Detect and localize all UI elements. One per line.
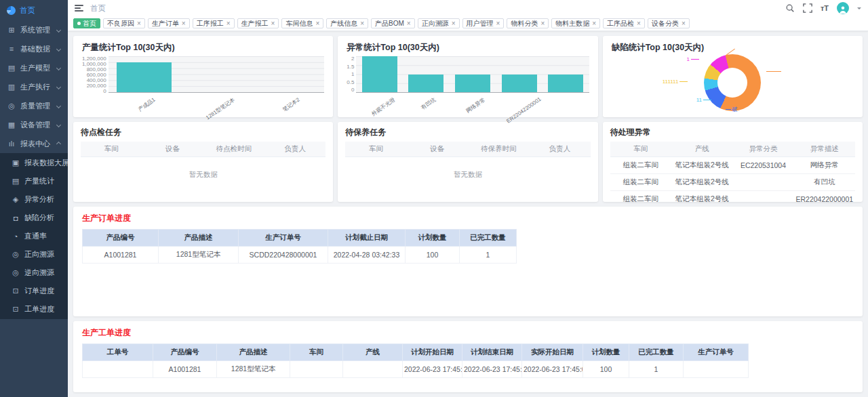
donut-slice-label: 破: [726, 106, 738, 113]
close-icon[interactable]: ×: [137, 20, 141, 27]
sidebar-subitem-订单进度[interactable]: ⊡订单进度: [0, 282, 68, 300]
sidebar-subitem-逆向溯源[interactable]: ◎逆向溯源: [0, 264, 68, 282]
bar-slot: [108, 56, 180, 92]
close-icon[interactable]: ×: [182, 20, 186, 27]
bar[interactable]: [117, 62, 172, 92]
menu-icon: ▦: [7, 121, 16, 129]
close-icon[interactable]: ×: [540, 20, 545, 27]
x-tick-label: 外观不光滑: [370, 96, 396, 117]
sidebar-subitem-工单进度[interactable]: ⊡工单进度: [0, 300, 68, 318]
sidebar-item-报表中心[interactable]: ılı报表中心: [0, 134, 68, 153]
bar[interactable]: [408, 75, 443, 93]
table-cell: 1: [460, 247, 517, 264]
chevron-down-icon[interactable]: [857, 7, 861, 12]
tab-工序品检[interactable]: 工序品检×: [603, 18, 645, 28]
sidebar-subitem-产量统计[interactable]: ▤产量统计: [0, 172, 68, 190]
close-icon[interactable]: ×: [315, 20, 319, 27]
close-icon[interactable]: ×: [360, 20, 364, 27]
tab-首页[interactable]: 首页: [73, 18, 100, 28]
table-cell: [343, 361, 403, 378]
table-cell: 有凹坑: [794, 174, 855, 191]
table-header-row: 车间产线异常分类异常描述: [610, 142, 855, 157]
sidebar-item-系统管理[interactable]: ⊞系统管理: [0, 20, 68, 39]
y-tick-label: 0: [103, 89, 106, 94]
table-row[interactable]: A10012811281型笔记本SCDD2204280000012022-04-…: [83, 247, 517, 264]
font-size-icon[interactable]: тT: [821, 4, 829, 12]
tab-物料主数据[interactable]: 物料主数据×: [551, 18, 600, 28]
column-header: 生产订单号: [239, 230, 328, 247]
close-icon[interactable]: ×: [407, 20, 411, 27]
menu-icon: ◎: [7, 102, 16, 110]
empty-row: 暂无数据: [345, 157, 590, 192]
donut-slice-label: 11: [696, 97, 711, 103]
sidebar-item-生产执行[interactable]: ▥生产执行: [0, 77, 68, 96]
tab-车间信息[interactable]: 车间信息×: [281, 18, 323, 28]
bar[interactable]: [502, 75, 537, 93]
menu-label: 生产模型: [20, 63, 53, 73]
tab-生产报工[interactable]: 生产报工×: [237, 18, 279, 28]
table-row[interactable]: 组装二车间笔记本组装2号线ER220422000001: [610, 191, 855, 203]
tab-工序报工[interactable]: 工序报工×: [193, 18, 235, 28]
defect-donut-chart: 破111111111: [612, 54, 854, 111]
chevron-down-icon: [56, 103, 61, 108]
x-label-slot: [542, 93, 589, 109]
leader-line: [691, 59, 699, 60]
x-tick-label: [565, 96, 569, 102]
hamburger-icon[interactable]: [75, 5, 83, 12]
submenu-icon: ▣: [11, 159, 20, 167]
tab-不良原因[interactable]: 不良原因×: [103, 18, 145, 28]
tab-物料分类[interactable]: 物料分类×: [507, 18, 549, 28]
fullscreen-icon[interactable]: [803, 3, 812, 13]
table-cell: 网络异常: [794, 157, 855, 174]
data-table: 产品编号产品描述生产订单号计划截止日期计划数量已完工数量A10012811281…: [82, 229, 517, 264]
avatar[interactable]: [837, 2, 849, 14]
sidebar-item-生产模型[interactable]: ▤生产模型: [0, 58, 68, 77]
close-icon[interactable]: ×: [637, 20, 641, 27]
close-icon[interactable]: ×: [226, 20, 231, 27]
chevron-down-icon: [56, 65, 61, 70]
sidebar-subitem-异常分析[interactable]: ◈异常分析: [0, 190, 68, 209]
dashboard-content: 产量统计Top 10(30天内) 1,200,0001,000,000800,0…: [68, 31, 868, 397]
close-icon[interactable]: ×: [682, 20, 686, 27]
report-submenu: ▣报表数据大屏▤产量统计◈异常分析◘缺陷分析◔直通率◎正向溯源◎逆向溯源⊡订单进…: [0, 153, 68, 319]
close-icon[interactable]: ×: [496, 20, 500, 27]
submenu-icon: ⊡: [11, 287, 20, 295]
sidebar-item-设备管理[interactable]: ▦设备管理: [0, 115, 68, 134]
close-icon[interactable]: ×: [271, 20, 275, 27]
tab-用户管理[interactable]: 用户管理×: [462, 18, 505, 28]
tab-生产订单[interactable]: 生产订单×: [148, 18, 190, 28]
sidebar-item-基础数据[interactable]: ≡基础数据: [0, 39, 68, 58]
close-icon[interactable]: ×: [452, 20, 456, 27]
tab-产线信息[interactable]: 产线信息×: [326, 18, 368, 28]
column-header: 待保养时间: [468, 142, 529, 157]
tab-label: 用户管理: [467, 19, 494, 28]
donut-ring[interactable]: [704, 54, 761, 111]
sidebar-subitem-缺陷分析[interactable]: ◘缺陷分析: [0, 209, 68, 227]
search-icon[interactable]: [785, 3, 795, 13]
close-icon[interactable]: ×: [592, 20, 596, 27]
column-header: 已完工数量: [629, 344, 684, 361]
table-row[interactable]: 组装二车间笔记本组装2号线有凹坑: [610, 174, 855, 191]
breadcrumb[interactable]: 首页: [90, 3, 106, 14]
menu-icon: ılı: [7, 140, 16, 148]
bar[interactable]: [548, 75, 583, 93]
bar[interactable]: [362, 56, 397, 92]
sidebar-subitem-直通率[interactable]: ◔直通率: [0, 227, 68, 245]
data-table: 车间设备待点检时间负责人暂无数据: [81, 142, 326, 192]
table-cell: 2022-06-23 17:45:01: [462, 361, 522, 378]
table-row[interactable]: 组装二车间笔记本组装2号线EC220531004网络异常: [610, 157, 855, 174]
table-cell: 组装二车间: [610, 174, 671, 191]
tab-产品BOM[interactable]: 产品BOM×: [371, 18, 415, 28]
tab-设备分类[interactable]: 设备分类×: [648, 18, 690, 28]
table-row[interactable]: A10012811281型笔记本2022-06-23 17:45:012022-…: [83, 361, 749, 378]
tab-正向溯源[interactable]: 正向溯源×: [418, 18, 460, 28]
sidebar-item-质量管理[interactable]: ◎质量管理: [0, 96, 68, 115]
bar[interactable]: [455, 75, 490, 93]
x-label-slot: 1281型笔记本: [180, 93, 252, 109]
x-label-slot: 笔记本2: [252, 93, 324, 109]
table-cell: 笔记本组装2号线: [671, 174, 732, 191]
sidebar-item-home[interactable]: 首页: [0, 0, 68, 20]
y-tick-label: 0: [351, 87, 354, 93]
sidebar-subitem-报表数据大屏[interactable]: ▣报表数据大屏: [0, 154, 68, 172]
sidebar-subitem-正向溯源[interactable]: ◎正向溯源: [0, 245, 68, 264]
